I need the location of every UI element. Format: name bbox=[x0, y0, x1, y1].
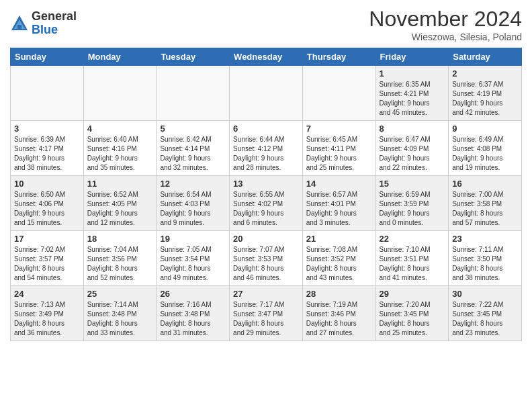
weekday-header: Tuesday bbox=[157, 48, 230, 66]
day-info: Sunrise: 7:08 AM Sunset: 3:52 PM Dayligh… bbox=[306, 245, 372, 283]
day-number: 21 bbox=[306, 234, 372, 244]
day-info: Sunrise: 7:22 AM Sunset: 3:45 PM Dayligh… bbox=[452, 300, 518, 338]
day-info: Sunrise: 6:45 AM Sunset: 4:11 PM Dayligh… bbox=[306, 135, 372, 173]
weekday-header: Friday bbox=[375, 48, 449, 66]
day-info: Sunrise: 6:44 AM Sunset: 4:12 PM Dayligh… bbox=[233, 135, 299, 173]
weekday-header: Wednesday bbox=[230, 48, 303, 66]
calendar-cell: 12Sunrise: 6:54 AM Sunset: 4:03 PM Dayli… bbox=[157, 176, 230, 231]
day-number: 17 bbox=[14, 234, 80, 244]
calendar-cell: 22Sunrise: 7:10 AM Sunset: 3:51 PM Dayli… bbox=[375, 231, 449, 286]
calendar-cell bbox=[11, 66, 84, 121]
day-info: Sunrise: 7:02 AM Sunset: 3:57 PM Dayligh… bbox=[14, 245, 80, 283]
day-number: 20 bbox=[233, 234, 299, 244]
day-info: Sunrise: 7:04 AM Sunset: 3:56 PM Dayligh… bbox=[87, 245, 153, 283]
calendar-week-row: 10Sunrise: 6:50 AM Sunset: 4:06 PM Dayli… bbox=[11, 176, 522, 231]
day-info: Sunrise: 7:13 AM Sunset: 3:49 PM Dayligh… bbox=[14, 300, 80, 338]
calendar-cell: 27Sunrise: 7:17 AM Sunset: 3:47 PM Dayli… bbox=[230, 286, 303, 341]
day-number: 1 bbox=[380, 68, 445, 79]
day-info: Sunrise: 7:10 AM Sunset: 3:51 PM Dayligh… bbox=[380, 245, 445, 283]
day-info: Sunrise: 6:50 AM Sunset: 4:06 PM Dayligh… bbox=[14, 190, 80, 228]
day-number: 27 bbox=[233, 289, 299, 299]
day-number: 5 bbox=[160, 124, 226, 134]
weekday-header: Saturday bbox=[449, 48, 522, 66]
day-number: 10 bbox=[14, 179, 80, 189]
day-number: 19 bbox=[160, 234, 226, 244]
calendar-cell: 7Sunrise: 6:45 AM Sunset: 4:11 PM Daylig… bbox=[302, 121, 375, 176]
calendar-cell: 19Sunrise: 7:05 AM Sunset: 3:54 PM Dayli… bbox=[157, 231, 230, 286]
calendar-week-row: 24Sunrise: 7:13 AM Sunset: 3:49 PM Dayli… bbox=[11, 286, 522, 341]
day-info: Sunrise: 7:16 AM Sunset: 3:48 PM Dayligh… bbox=[160, 300, 226, 338]
logo-text: General Blue bbox=[32, 10, 77, 37]
calendar-cell bbox=[230, 66, 303, 121]
day-info: Sunrise: 7:20 AM Sunset: 3:45 PM Dayligh… bbox=[380, 300, 445, 338]
weekday-header: Sunday bbox=[11, 48, 84, 66]
day-number: 13 bbox=[233, 179, 299, 189]
calendar-cell: 20Sunrise: 7:07 AM Sunset: 3:53 PM Dayli… bbox=[230, 231, 303, 286]
calendar-cell: 13Sunrise: 6:55 AM Sunset: 4:02 PM Dayli… bbox=[230, 176, 303, 231]
calendar-cell: 24Sunrise: 7:13 AM Sunset: 3:49 PM Dayli… bbox=[11, 286, 84, 341]
calendar-cell bbox=[157, 66, 230, 121]
calendar-cell: 25Sunrise: 7:14 AM Sunset: 3:48 PM Dayli… bbox=[83, 286, 157, 341]
day-number: 26 bbox=[160, 289, 226, 299]
day-info: Sunrise: 7:17 AM Sunset: 3:47 PM Dayligh… bbox=[233, 300, 299, 338]
day-number: 12 bbox=[160, 179, 226, 189]
day-info: Sunrise: 6:47 AM Sunset: 4:09 PM Dayligh… bbox=[380, 135, 445, 173]
weekday-header: Thursday bbox=[302, 48, 375, 66]
calendar-cell: 2Sunrise: 6:37 AM Sunset: 4:19 PM Daylig… bbox=[449, 66, 522, 121]
title-section: November 2024 Wieszowa, Silesia, Poland bbox=[369, 7, 522, 42]
location: Wieszowa, Silesia, Poland bbox=[369, 32, 522, 42]
calendar-cell: 14Sunrise: 6:57 AM Sunset: 4:01 PM Dayli… bbox=[302, 176, 375, 231]
calendar-cell: 30Sunrise: 7:22 AM Sunset: 3:45 PM Dayli… bbox=[449, 286, 522, 341]
day-number: 29 bbox=[380, 289, 445, 299]
calendar-cell: 17Sunrise: 7:02 AM Sunset: 3:57 PM Dayli… bbox=[11, 231, 84, 286]
calendar-cell: 23Sunrise: 7:11 AM Sunset: 3:50 PM Dayli… bbox=[449, 231, 522, 286]
calendar-cell: 4Sunrise: 6:40 AM Sunset: 4:16 PM Daylig… bbox=[83, 121, 157, 176]
calendar-cell: 6Sunrise: 6:44 AM Sunset: 4:12 PM Daylig… bbox=[230, 121, 303, 176]
calendar-cell: 21Sunrise: 7:08 AM Sunset: 3:52 PM Dayli… bbox=[302, 231, 375, 286]
day-info: Sunrise: 7:11 AM Sunset: 3:50 PM Dayligh… bbox=[452, 245, 518, 283]
calendar-cell: 16Sunrise: 7:00 AM Sunset: 3:58 PM Dayli… bbox=[449, 176, 522, 231]
calendar-cell: 8Sunrise: 6:47 AM Sunset: 4:09 PM Daylig… bbox=[375, 121, 449, 176]
calendar-cell: 9Sunrise: 6:49 AM Sunset: 4:08 PM Daylig… bbox=[449, 121, 522, 176]
calendar-cell: 1Sunrise: 6:35 AM Sunset: 4:21 PM Daylig… bbox=[375, 66, 449, 121]
calendar-cell: 15Sunrise: 6:59 AM Sunset: 3:59 PM Dayli… bbox=[375, 176, 449, 231]
calendar-week-row: 3Sunrise: 6:39 AM Sunset: 4:17 PM Daylig… bbox=[11, 121, 522, 176]
day-info: Sunrise: 6:49 AM Sunset: 4:08 PM Dayligh… bbox=[452, 135, 518, 173]
day-number: 15 bbox=[380, 179, 445, 189]
day-number: 3 bbox=[14, 124, 80, 134]
day-number: 9 bbox=[452, 124, 518, 134]
day-number: 23 bbox=[452, 234, 518, 244]
day-number: 2 bbox=[452, 68, 518, 79]
weekday-header: Monday bbox=[83, 48, 157, 66]
day-info: Sunrise: 6:37 AM Sunset: 4:19 PM Dayligh… bbox=[452, 80, 518, 118]
day-number: 18 bbox=[87, 234, 153, 244]
day-number: 11 bbox=[87, 179, 153, 189]
calendar-header-row: SundayMondayTuesdayWednesdayThursdayFrid… bbox=[11, 48, 522, 66]
month-title: November 2024 bbox=[369, 7, 522, 32]
day-info: Sunrise: 7:05 AM Sunset: 3:54 PM Dayligh… bbox=[160, 245, 226, 283]
calendar-cell: 28Sunrise: 7:19 AM Sunset: 3:46 PM Dayli… bbox=[302, 286, 375, 341]
day-info: Sunrise: 6:40 AM Sunset: 4:16 PM Dayligh… bbox=[87, 135, 153, 173]
day-number: 8 bbox=[380, 124, 445, 134]
day-info: Sunrise: 6:54 AM Sunset: 4:03 PM Dayligh… bbox=[160, 190, 226, 228]
calendar-cell: 26Sunrise: 7:16 AM Sunset: 3:48 PM Dayli… bbox=[157, 286, 230, 341]
day-number: 22 bbox=[380, 234, 445, 244]
day-info: Sunrise: 6:55 AM Sunset: 4:02 PM Dayligh… bbox=[233, 190, 299, 228]
svg-rect-2 bbox=[17, 25, 21, 30]
calendar-cell: 29Sunrise: 7:20 AM Sunset: 3:45 PM Dayli… bbox=[375, 286, 449, 341]
calendar-cell: 18Sunrise: 7:04 AM Sunset: 3:56 PM Dayli… bbox=[83, 231, 157, 286]
day-info: Sunrise: 6:42 AM Sunset: 4:14 PM Dayligh… bbox=[160, 135, 226, 173]
day-number: 6 bbox=[233, 124, 299, 134]
day-number: 16 bbox=[452, 179, 518, 189]
logo-blue-text: Blue bbox=[32, 24, 77, 37]
calendar-cell bbox=[83, 66, 157, 121]
day-number: 7 bbox=[306, 124, 372, 134]
logo-general-text: General bbox=[32, 10, 77, 24]
calendar-cell bbox=[302, 66, 375, 121]
day-info: Sunrise: 6:57 AM Sunset: 4:01 PM Dayligh… bbox=[306, 190, 372, 228]
day-number: 25 bbox=[87, 289, 153, 299]
logo-icon bbox=[10, 14, 29, 33]
calendar: SundayMondayTuesdayWednesdayThursdayFrid… bbox=[10, 48, 522, 341]
logo: General Blue bbox=[10, 10, 77, 37]
day-number: 28 bbox=[306, 289, 372, 299]
